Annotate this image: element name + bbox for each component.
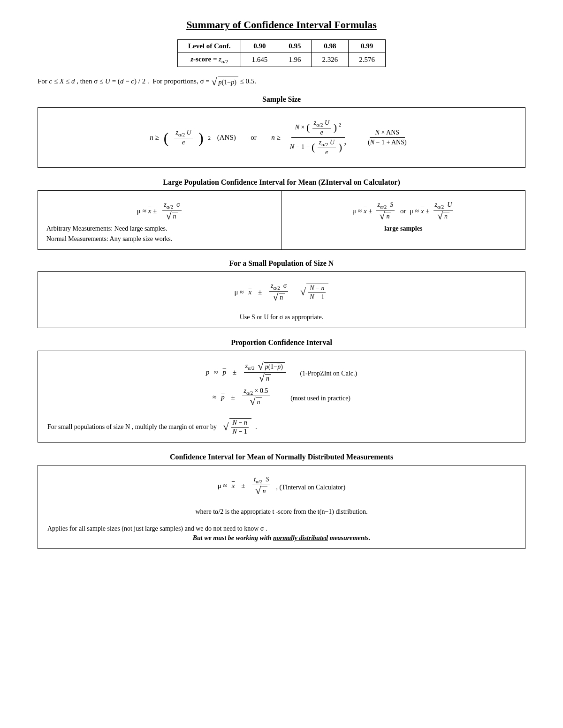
small-pop-note: Use S or U for σ as appropriate.	[47, 314, 516, 321]
table-header-conf: Level of Conf.	[178, 40, 241, 53]
proportion-note1: (1-PropZInt on Calc.)	[300, 370, 357, 377]
large-pop-title: Large Population Confidence Interval for…	[38, 178, 525, 187]
table-header-099: 0.99	[349, 40, 386, 53]
sample-size-title: Sample Size	[38, 95, 525, 104]
small-pop-box: μ ≈ x ± zα/2 σ √n √ N − n N − 1 Use S or…	[38, 271, 525, 328]
t-interval-title: Confidence Interval for Mean of Normally…	[38, 453, 525, 461]
proportion-title: Proportion Confidence Interval	[38, 338, 525, 347]
table-header-095: 0.95	[278, 40, 312, 53]
table-header-098: 0.98	[312, 40, 349, 53]
t-interval-note4: But we must be working with normally dis…	[47, 534, 516, 542]
t-interval-note1: , (TInterval on Calculator)	[276, 484, 345, 491]
large-pop-note2: Normal Measurements: Any sample size wor…	[46, 235, 273, 243]
intro-text: For c ≤ X ≤ d , then σ ≤ U = (d − c) / 2…	[38, 75, 525, 88]
zscore-table: Level of Conf. 0.90 0.95 0.98 0.99 z-sco…	[177, 39, 386, 67]
sample-size-formula: n ≥ ( zα/2 U e ) 2 (ANS) or n ≥ N × ( zα…	[47, 118, 516, 157]
table-header-090: 0.90	[241, 40, 278, 53]
proportion-note3: For small populations of size N , multip…	[47, 418, 516, 435]
large-pop-left: μ ≈ x ± zα/2 σ √n Arbitrary Measurements…	[38, 191, 282, 249]
small-pop-title: For a Small Population of Size N	[38, 259, 525, 268]
proportion-box: p ≈ p ± zα/2 √p(1−p) √n (1-PropZInt on C…	[38, 351, 525, 443]
sample-size-box: n ≥ ( zα/2 U e ) 2 (ANS) or n ≥ N × ( zα…	[38, 107, 525, 168]
large-pop-box: μ ≈ x ± zα/2 σ √n Arbitrary Measurements…	[38, 190, 525, 250]
large-pop-right: μ ≈ x ± zα/2 S √n or μ ≈ x ± zα/2 U √n l…	[282, 191, 525, 249]
zscore-val-090: 1.645	[241, 53, 278, 67]
zscore-val-095: 1.96	[278, 53, 312, 67]
proportion-note2: (most used in practice)	[290, 395, 350, 402]
t-interval-note3: Applies for all sample sizes (not just l…	[47, 525, 516, 533]
t-interval-note2: where tα/2 is the appropriate t -score f…	[47, 508, 516, 516]
zscore-label: z-score = zα/2	[178, 53, 241, 67]
zscore-val-098: 2.326	[312, 53, 349, 67]
page-title: Summary of Confidence Interval Formulas	[38, 19, 525, 31]
large-pop-note-right: large samples	[290, 225, 517, 233]
zscore-val-099: 2.576	[349, 53, 386, 67]
large-pop-note1: Arbitrary Measurements: Need large sampl…	[46, 225, 273, 233]
t-interval-box: μ ≈ x ± tα/2 S √n , (TInterval on Calcul…	[38, 465, 525, 549]
